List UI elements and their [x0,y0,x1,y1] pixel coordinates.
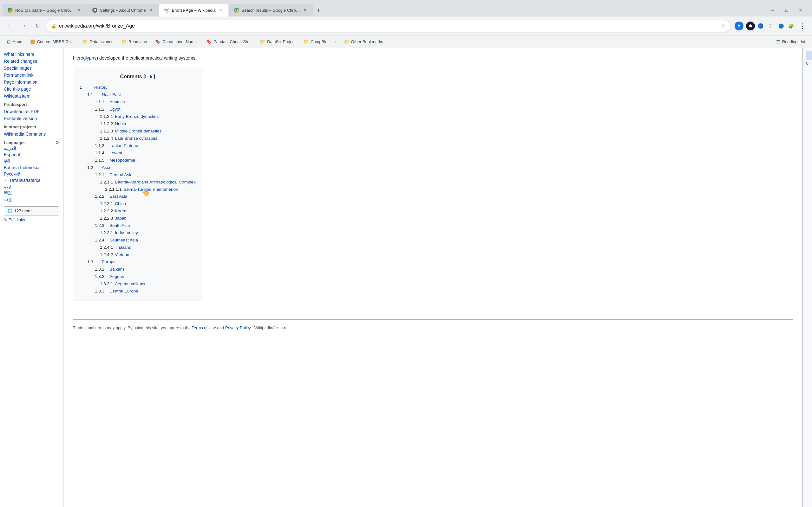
toc-link-1-3[interactable]: Europe [102,259,116,266]
tab-search-results[interactable]: G Search results – Google Chro… ✕ [229,4,313,16]
language-spanish[interactable]: Español [4,152,59,158]
lang-bahasa-link[interactable]: Bahasa Indonesia [4,165,39,170]
hieroglyphs-link[interactable]: hieroglyphs [73,55,96,60]
bookmark-course[interactable]: 📙 Course: MBBS Cu… [27,38,78,46]
window-minimize[interactable]: – [766,6,779,14]
bookmark-other[interactable]: 📁 Other Bookmarks [341,38,386,46]
toc-link-1-2[interactable]: Asia [102,164,110,171]
toc-link-1[interactable]: History [94,84,107,91]
lang-arabic-link[interactable]: العربية [4,146,16,151]
tab-close-2[interactable]: ✕ [148,8,154,13]
bookmark-compbio[interactable]: 📁 CompBio [300,38,331,46]
extensions-button[interactable]: 🧩 [786,21,796,31]
window-close[interactable]: ✕ [794,6,807,14]
what-links-here-link[interactable]: What links here [4,51,59,58]
download-pdf-link[interactable]: Download as PDF [4,108,59,115]
wikidata-item-link[interactable]: Wikidata item [4,93,59,100]
toc-link-1-1-2[interactable]: Egypt [109,106,120,113]
toc-link-1-1-2-4[interactable]: Late Bronze dynasties [115,135,157,142]
toc-link-1-2-3-1[interactable]: Indus Valley [115,229,138,237]
bookmark-data-science[interactable]: 📁 Data science [79,38,117,46]
tab-how-to-update[interactable]: How to update – Google Chro… ✕ [3,4,87,16]
toc-link-1-2-4[interactable]: Southeast Asia [109,237,138,244]
related-changes-link[interactable]: Related changes [4,58,59,65]
edit-links-button[interactable]: ✎ Edit links [4,217,59,222]
address-bar[interactable]: 🔒 en.wikipedia.org/wiki/Bronze_Age ☆ [46,20,731,32]
bookmark-apps[interactable]: ⊞ Apps [4,38,26,46]
page-information-link[interactable]: Page information [4,78,59,86]
cite-page-link[interactable]: Cite this page [4,86,59,93]
bookmark-cheat-sheet[interactable]: 🔖 Cheat sheet Num… [152,38,202,46]
toc-link-1-1-5[interactable]: Mesopotamia [109,157,135,164]
bookmark-datasci-project[interactable]: 📁 DataSci Project [257,38,299,46]
privacy-policy-link[interactable]: Privacy Policy [225,326,251,330]
language-russian[interactable]: Русский [4,171,59,177]
extension-icon-4[interactable]: 🔵 [776,21,785,31]
reload-button[interactable]: ↻ [32,20,43,32]
toc-link-1-3-3[interactable]: Central Europe [109,288,138,295]
new-tab-button[interactable]: + [313,5,323,15]
toc-link-1-2-4-2[interactable]: Vietnam [115,251,131,259]
tab-close-1[interactable]: ✕ [77,8,82,13]
lang-hindi-link[interactable]: हिंदी [4,158,10,164]
extension-icon-3[interactable]: 🛡 [766,21,775,31]
language-tatar[interactable]: ★ Татарча/tatarça [4,177,59,183]
toc-link-1-3-2-1[interactable]: Aegean collapse [115,280,147,288]
toc-link-1-3-1[interactable]: Balkans [109,266,125,273]
profile-avatar[interactable]: A [734,21,744,31]
toc-link-1-3-2[interactable]: Aegean [109,273,124,280]
languages-settings-icon[interactable]: ⚙ [55,140,59,145]
toc-link-1-1-3[interactable]: Iranian Plateau [109,142,138,150]
bookmark-pandas[interactable]: 🔖 Pandas_Cheat_Sh… [203,38,255,46]
toc-link-1-2-2-2[interactable]: Korea [115,208,126,215]
tab-close-3[interactable]: ✕ [218,8,223,13]
toc-link-1-1[interactable]: Near East [102,91,121,99]
permanent-link[interactable]: Permanent link [4,72,59,78]
toc-link-1-1-4[interactable]: Levant [109,150,122,157]
reading-list-button[interactable]: ☰ Reading List [773,38,808,46]
toc-link-1-2-3[interactable]: South Asia [109,222,130,229]
toc-link-1-2-4-1[interactable]: Thailand [115,244,131,251]
lang-cantonese-link[interactable]: 粵語 [4,190,13,196]
language-arabic[interactable]: العربية [4,145,59,152]
tab-bronze-age[interactable]: W Bronze Age – Wikipedia ✕ [159,4,229,16]
toc-link-1-1-2-3[interactable]: Middle Bronze dynasties [115,128,161,135]
infobox-subtitle[interactable]: Ch [806,60,812,66]
language-hindi[interactable]: हिंदी [4,158,59,164]
menu-button[interactable]: ⋮ [797,20,808,32]
special-pages-link[interactable]: Special pages [4,65,59,72]
printable-version-link[interactable]: Printable version [4,115,59,122]
tab-close-4[interactable]: ✕ [303,8,308,13]
window-maximize[interactable]: □ [780,6,793,14]
profile-icon[interactable]: A [733,20,745,32]
lang-chinese-link[interactable]: 中文 [4,198,13,203]
wikimedia-commons-link[interactable]: Wikimedia Commons [4,130,59,137]
language-chinese[interactable]: 中文 [4,197,59,204]
toc-link-1-2-2[interactable]: East Asia [109,193,127,200]
toc-link-1-1-2-1[interactable]: Early Bronze dynasties [115,113,159,120]
language-cantonese[interactable]: 粵語 [4,190,59,197]
translate-button[interactable]: 🌐 127 more [4,206,59,216]
lang-russian-link[interactable]: Русский [4,171,20,176]
lang-urdu-link[interactable]: اردو [4,184,11,189]
toc-link-1-2-2-1[interactable]: China [115,200,126,208]
lang-spanish-link[interactable]: Español [4,152,20,157]
bookmark-read-later[interactable]: 📁 Read later [118,38,151,46]
toc-link-1-2-1-1[interactable]: Bactria–Margiana Archaeological Complex [115,179,195,186]
toc-hide-button[interactable]: hide [145,74,154,79]
toc-link-1-2-2-3[interactable]: Japan [115,215,126,222]
extension-icon-1[interactable]: ⬟ [746,21,755,31]
terms-of-use-link[interactable]: Terms of Use [192,326,216,330]
tab-settings-about[interactable]: Settings – About Chrome ✕ [87,4,159,16]
more-bookmarks-button[interactable]: » [332,38,339,45]
toc-link-1-1-1[interactable]: Anatolia [109,99,125,106]
language-urdu[interactable]: اردو [4,183,59,190]
lang-tatar-link[interactable]: Татарча/tatarça [9,178,41,183]
back-button[interactable]: ← [4,20,15,32]
language-bahasa[interactable]: Bahasa Indonesia [4,164,59,171]
toc-link-1-1-2-2[interactable]: Nubia [115,120,126,128]
bookmark-star-icon[interactable]: ☆ [721,23,725,29]
toc-link-1-2-1[interactable]: Central Asia [109,171,133,179]
forward-button[interactable]: → [18,20,29,32]
toc-link-1-2-1-1-1[interactable]: Seima-Turbino Phenomenon [124,186,178,193]
